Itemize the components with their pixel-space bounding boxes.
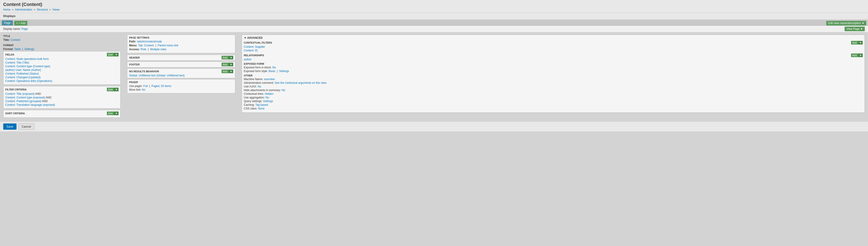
use-pager-full-link[interactable]: Full	[143, 85, 148, 88]
title-label: Title:	[3, 38, 10, 41]
left-panel: TITLE Title: Content FORMAT Format: Tabl…	[0, 32, 124, 121]
add-display-button[interactable]: + + Add	[14, 21, 27, 26]
edit-view-name-button[interactable]: Edit view name/description ▼	[826, 21, 866, 26]
hide-attachments-value[interactable]: No	[282, 89, 285, 92]
display-name-link[interactable]: Page	[21, 27, 28, 31]
admin-comment-value[interactable]: See the contextual arguments on this vie…	[275, 81, 327, 85]
relationships-heading: RELATIONSHIPS	[244, 54, 264, 57]
no-results-box: NO RESULTS BEHAVIOR Add ▼ Global: Unfilt…	[127, 68, 235, 78]
field-list-item[interactable]: Content: Node operations bulk form	[5, 57, 119, 61]
no-results-add-button[interactable]: Add	[221, 69, 229, 73]
use-aggregation-row: Use aggregation: No	[244, 96, 863, 99]
filter-add-button[interactable]: Add	[107, 88, 114, 91]
footer-add-button-group: Add ▼	[221, 63, 233, 66]
admin-comment-row: Administrative comment: See the contextu…	[244, 81, 863, 85]
sort-add-dropdown[interactable]: ▼	[114, 112, 119, 115]
path-row: Path: /admin/content/node	[129, 40, 233, 43]
fields-add-button[interactable]: Add	[107, 53, 114, 57]
contextual-filter-item[interactable]: Content: ID	[244, 49, 863, 52]
machine-name-value[interactable]: overview	[264, 78, 275, 81]
page-settings-box: PAGE SETTINGS Path: /admin/content/node …	[127, 35, 235, 53]
access-multiple-link[interactable]: Multiple roles	[150, 48, 166, 51]
menu-row: Menu: Tab: Content | Parent menu link	[129, 44, 233, 47]
machine-name-row: Machine Name: overview	[244, 78, 863, 81]
field-list-item[interactable]: Content: Operations links (Operations)	[5, 80, 119, 83]
header-add-button[interactable]: Add	[221, 56, 229, 59]
contextual-links-row: Contextual links: Hidden	[244, 92, 863, 95]
filter-list-item[interactable]: Content: Content type (exposed) AND	[5, 96, 119, 99]
path-value[interactable]: /admin/content/node	[137, 40, 162, 43]
caching-value[interactable]: Tag based	[255, 103, 268, 106]
dropdown-arrow-icon: ▼	[862, 22, 864, 25]
exposed-form-settings-link[interactable]: Settings	[279, 69, 289, 73]
exposed-form-style-value[interactable]: Basic	[269, 69, 275, 73]
field-list-item[interactable]: Content: Content type (Content type)	[5, 65, 119, 68]
page-tab[interactable]: Page	[2, 21, 13, 26]
format-settings-link[interactable]: Settings	[24, 48, 34, 51]
breadcrumb-views[interactable]: Views	[52, 8, 60, 11]
filter-criteria-box: FILTER CRITERIA Add ▼ Content: Title (ex…	[3, 86, 121, 109]
relationships-add-button[interactable]: Add	[851, 54, 858, 57]
view-page-button[interactable]: View Page ▼	[845, 27, 865, 31]
contextual-links-value[interactable]: Hidden	[265, 92, 273, 95]
machine-name-label: Machine Name:	[244, 78, 263, 81]
relationships-header: RELATIONSHIPS Add ▼	[244, 54, 863, 57]
advanced-section: ▼ ADVANCED CONTEXTUAL FILTERS Add ▼ Cont…	[242, 35, 865, 113]
menu-tab-link[interactable]: Tab: Content	[138, 44, 154, 47]
exposed-in-block-label: Exposed form in block:	[244, 66, 272, 69]
breadcrumb-administration[interactable]: Administration	[15, 8, 32, 11]
footer-add-button[interactable]: Add	[221, 63, 229, 66]
ctx-filters-add-button[interactable]: Add	[851, 41, 858, 44]
breadcrumb-structure[interactable]: Structure	[37, 8, 48, 11]
menu-parent-link[interactable]: Parent menu link	[158, 44, 178, 47]
footer-add-dropdown[interactable]: ▼	[229, 63, 233, 66]
field-list-item[interactable]: Content: Changed (Updated)	[5, 76, 119, 79]
field-list-item[interactable]: Content: Title (Title)	[5, 61, 119, 64]
save-button[interactable]: Save	[3, 123, 17, 130]
query-settings-label: Query settings:	[244, 100, 262, 103]
breadcrumb-home[interactable]: Home	[3, 8, 10, 11]
contextual-filter-item[interactable]: Content: Supplier	[244, 45, 863, 49]
sort-add-button[interactable]: Add	[107, 112, 114, 115]
cancel-button[interactable]: Cancel	[18, 123, 34, 130]
field-list-item[interactable]: Content: Published (Status)	[5, 72, 119, 75]
no-results-link[interactable]: Global: Unfiltered text (Global: Unfilte…	[129, 74, 185, 77]
filter-list-item[interactable]: Content: Title (exposed) AND	[5, 92, 119, 95]
header-add-button-group: Add ▼	[221, 56, 233, 59]
page-settings-heading: PAGE SETTINGS	[129, 36, 233, 39]
filter-list-item[interactable]: Content: Published (grouped) AND	[5, 100, 119, 103]
format-value[interactable]: Table	[14, 48, 21, 51]
format-field-row: Format: Table | Settings	[3, 48, 121, 51]
filter-add-button-group: Add ▼	[107, 88, 119, 91]
css-class-value[interactable]: None	[258, 107, 265, 110]
more-link-value[interactable]: No	[142, 88, 145, 91]
filter-add-dropdown[interactable]: ▼	[114, 88, 119, 91]
relationships-add-dropdown[interactable]: ▼	[858, 54, 863, 57]
no-results-add-dropdown[interactable]: ▼	[229, 69, 233, 73]
add-display-label: + Add	[18, 22, 26, 25]
relationships-list: author	[244, 58, 863, 61]
title-value[interactable]: Content	[10, 38, 20, 41]
plus-icon: +	[16, 22, 18, 25]
ctx-filters-add-dropdown[interactable]: ▼	[858, 41, 863, 44]
footer-box-header: FOOTER Add ▼	[129, 63, 233, 66]
relationship-item[interactable]: author	[244, 58, 863, 61]
field-list-item[interactable]: (author) User: Name (Author)	[5, 68, 119, 71]
more-link-row: More link: No	[129, 88, 233, 91]
right-panel: ▼ ADVANCED CONTEXTUAL FILTERS Add ▼ Cont…	[239, 32, 868, 121]
fields-add-dropdown[interactable]: ▼	[114, 53, 119, 57]
displays-section: Displays	[0, 13, 868, 20]
query-settings-value[interactable]: Settings	[263, 100, 273, 103]
use-aggregation-value[interactable]: No	[266, 96, 269, 99]
use-ajax-row: Use AJAX: No	[244, 85, 863, 88]
header-add-dropdown[interactable]: ▼	[229, 56, 233, 59]
css-class-label: CSS class:	[244, 107, 257, 110]
exposed-in-block-value[interactable]: No	[273, 66, 276, 69]
caching-row: Caching: Tag based	[244, 103, 863, 106]
filter-list-item[interactable]: Content: Translation language (exposed)	[5, 103, 119, 106]
no-results-heading: NO RESULTS BEHAVIOR	[129, 70, 159, 73]
use-pager-paged-link[interactable]: Paged, 50 items	[151, 85, 171, 88]
use-ajax-value[interactable]: No	[258, 85, 261, 88]
other-heading: OTHER	[244, 74, 863, 77]
access-role-link[interactable]: Role	[141, 48, 146, 51]
